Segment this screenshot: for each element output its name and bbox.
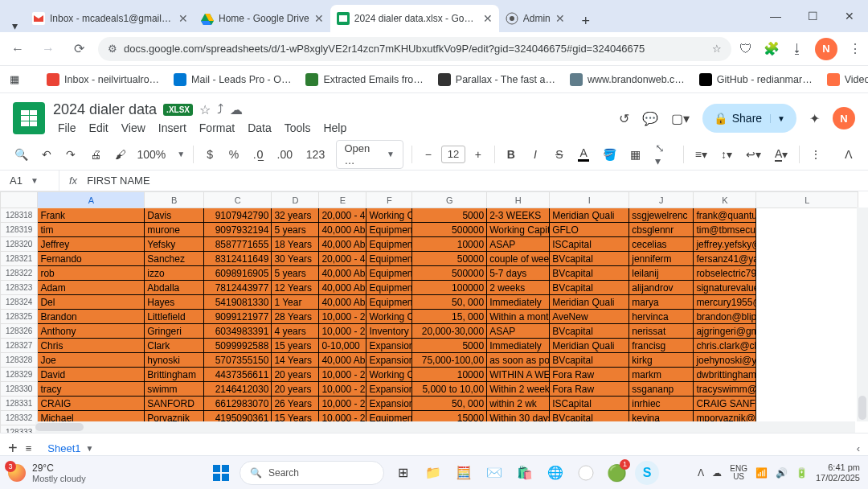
cell[interactable]: inrhiec [629,397,694,411]
system-tray[interactable]: ᐱ ☁ ENG US 📶 🔊 🔋 6:41 pm 17/02/2025 [698,462,860,483]
cell[interactable]: 20,000 - 40 [319,252,366,266]
cell[interactable]: 4437356611 [204,368,272,382]
store-icon[interactable]: 🛍️ [513,461,537,485]
cell[interactable]: AveNew [550,310,629,324]
cell[interactable]: 0-10,000 [319,339,366,353]
taskbar-search[interactable]: 🔍 Search [240,461,384,485]
cell[interactable]: 100000 [412,281,487,295]
account-avatar[interactable]: N [833,107,855,129]
cell[interactable]: Equipment Purch [366,266,412,281]
cell[interactable]: 50000 [412,252,487,266]
window-minimize-button[interactable]: — [757,0,794,32]
cell[interactable]: 26 Years [272,397,319,411]
cell[interactable]: SANFORD [145,397,204,411]
cell[interactable]: tim@tbmsecuiry.com [694,223,756,237]
tab-close-icon[interactable]: ✕ [314,12,324,25]
cell[interactable]: Working Capita [487,223,550,237]
column-header[interactable]: G [412,192,487,208]
cell[interactable]: 9099121977 [204,310,272,324]
cell[interactable]: Meridian Quali [550,295,629,310]
fill-color-button[interactable]: 🪣 [600,144,619,165]
cell[interactable]: 6034983391 [204,324,272,339]
format-currency-button[interactable]: $ [202,144,218,165]
cell[interactable]: Adam [38,281,145,295]
cell[interactable]: Hayes [145,295,204,310]
text-color-button[interactable]: A [575,144,592,165]
cell[interactable]: 10,000 - 20 [319,382,366,397]
profile-avatar[interactable]: N [815,38,837,60]
cell[interactable]: ASAP [487,237,550,252]
cell[interactable]: Fora Raw [550,368,629,382]
cell[interactable]: as soon as pos [487,353,550,368]
cell[interactable]: fersanz41@yahoo.com [694,252,756,266]
star-doc-icon[interactable]: ☆ [199,102,211,117]
cell[interactable]: Expansion [366,353,412,368]
cell[interactable]: Gringeri [145,324,204,339]
cell[interactable]: cbsglennr [629,223,694,237]
cell[interactable]: 32 years [272,208,319,223]
bookmark-item[interactable]: Extracted Emails fro… [305,73,423,86]
cell[interactable]: ssgjewelrenc [629,208,694,223]
text-wrap-button[interactable]: ↩▾ [743,144,764,165]
bookmark-item[interactable]: Mail - Leads Pro - O… [174,73,291,86]
cell[interactable]: 40,000 Abo [319,237,366,252]
apps-grid-icon[interactable]: ▦ [10,73,18,85]
move-doc-icon[interactable]: ⤴ [217,102,223,117]
cell[interactable]: 40,000 Abo [319,223,366,237]
browser-tab[interactable]: Home - Google Drive ✕ [194,5,330,32]
cell[interactable]: 10,000 - 20 [319,397,366,411]
site-info-icon[interactable]: ⚙ [108,43,117,55]
cell[interactable]: Chris [38,339,145,353]
cell[interactable]: 8587771655 [204,237,272,252]
cell[interactable]: Joe [38,353,145,368]
cell[interactable]: 28 Years [272,310,319,324]
cell[interactable]: Jeffrey [38,237,145,252]
cell[interactable]: joehynoski@yahoo.co [694,353,756,368]
search-menus-icon[interactable]: 🔍 [11,144,31,165]
font-size-decrease-button[interactable]: − [420,144,436,165]
print-icon[interactable]: 🖨 [87,144,104,165]
row-header[interactable]: 128331 [1,397,38,411]
wifi-icon[interactable]: 📶 [755,467,768,479]
cell[interactable]: BVcapital [550,324,629,339]
row-header[interactable]: 128330 [1,382,38,397]
star-bookmark-icon[interactable]: ☆ [712,43,722,55]
vertical-scrollbar[interactable] [857,208,868,421]
cell[interactable]: 20 years [272,382,319,397]
cell[interactable]: 9107942790 [204,208,272,223]
cell[interactable]: CRAIG [38,397,145,411]
bookmark-item[interactable]: Inbox - neilvirtualro… [47,73,159,86]
nav-back-button[interactable]: ← [6,38,29,60]
cell[interactable]: 10,000 - 20 [319,324,366,339]
cell[interactable]: 40,000 Abo [319,266,366,281]
cell[interactable]: ASAP [487,324,550,339]
cell[interactable]: BVcapital [550,353,629,368]
column-header[interactable]: A [38,192,145,208]
cell[interactable]: Working Capital [366,310,412,324]
cell[interactable]: tracy [38,382,145,397]
cell[interactable]: Fernando [38,252,145,266]
column-header[interactable]: B [145,192,204,208]
menu-tools[interactable]: Tools [280,120,316,136]
bookmark-item[interactable]: www.brandonweb.c… [570,73,685,86]
cell[interactable]: Abdalla [145,281,204,295]
cell[interactable]: alijandrov [629,281,694,295]
calculator-icon[interactable]: 🧮 [452,461,476,485]
cell[interactable]: ISCapital [550,237,629,252]
column-header[interactable]: D [272,192,319,208]
row-header[interactable]: 128333 [1,425,38,434]
cell[interactable]: Expansion [366,339,412,353]
download-icon[interactable]: ⭳ [791,42,804,56]
cell[interactable]: 18 Years [272,237,319,252]
menu-edit[interactable]: Edit [84,120,113,136]
cell[interactable]: CRAIG SANFORD HEAT [694,397,756,411]
nav-reload-button[interactable]: ⟳ [68,38,90,60]
cell[interactable]: signaturevaluehouse@ [694,281,756,295]
name-box[interactable]: A1▼ [0,171,59,191]
tray-overflow-icon[interactable]: ᐱ [698,467,704,479]
cell[interactable]: Expansion [366,397,412,411]
cell[interactable]: BVcapital [550,252,629,266]
cell[interactable]: robselectric79@aol.co [694,266,756,281]
increase-decimal-button[interactable]: .00 [274,144,295,165]
cell[interactable]: Expansion [366,382,412,397]
